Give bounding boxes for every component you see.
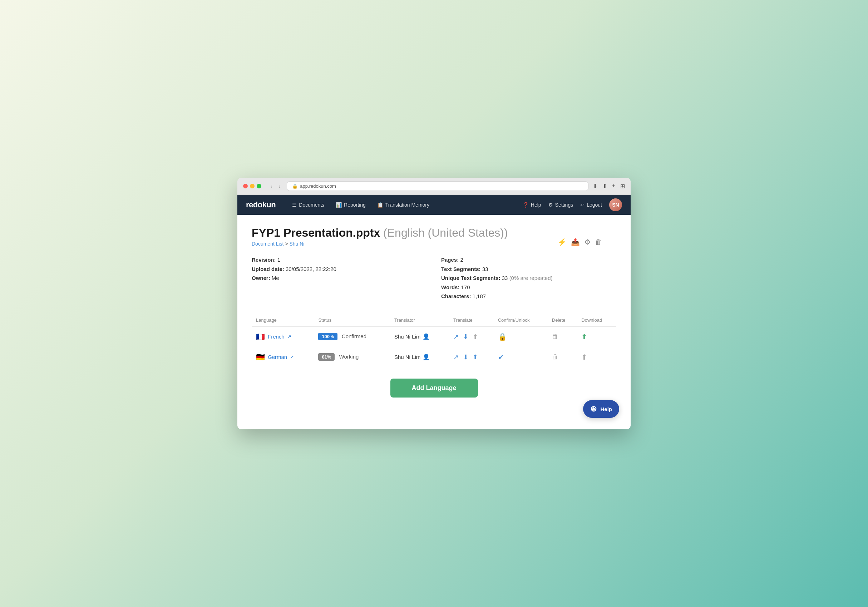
french-download-cell: ⬆	[577, 327, 616, 347]
german-status-cell: 81% Working	[314, 347, 390, 367]
french-person-icon: 👤	[423, 333, 430, 340]
nav-logout[interactable]: ↩ Logout	[580, 202, 602, 208]
col-language: Language	[252, 314, 314, 327]
german-label: German	[268, 354, 287, 360]
minimize-button[interactable]	[250, 184, 254, 188]
meta-words: Words: 170	[441, 283, 616, 292]
meta-upload-date: Upload date: 30/05/2022, 22:22:20	[252, 265, 427, 274]
documents-icon: ☰	[292, 202, 297, 208]
forward-button[interactable]: ›	[277, 183, 283, 190]
browser-window: ‹ › 🔒 app.redokun.com ⬇ ⬆ + ⊞ redokun ☰ …	[237, 178, 631, 429]
french-progress-badge: 100%	[318, 333, 337, 340]
document-actions: ⚡ 📤 ⚙ 🗑	[558, 238, 602, 246]
breadcrumb-separator: >	[285, 241, 289, 247]
url-text: app.redokun.com	[300, 183, 336, 189]
document-title: FYP1 Presentation.pptx	[252, 226, 380, 239]
german-link-icon: ↗	[290, 354, 294, 359]
meta-text-segments: Text Segments: 33	[441, 265, 616, 274]
german-status-label: Working	[339, 353, 359, 359]
close-button[interactable]	[243, 184, 248, 188]
meta-unique-segments: Unique Text Segments: 33 (0% are repeate…	[441, 274, 616, 283]
lang-french-cell: 🇫🇷 French ↗	[252, 327, 314, 347]
nav-settings[interactable]: ⚙ Settings	[549, 202, 574, 208]
col-status: Status	[314, 314, 390, 327]
address-bar[interactable]: 🔒 app.redokun.com	[287, 181, 588, 191]
navbar-right: ❓ Help ⚙ Settings ↩ Logout SN	[523, 198, 622, 211]
german-download-cell: ⬆	[577, 347, 616, 367]
nav-reporting[interactable]: 📊 Reporting	[331, 200, 371, 210]
app-container: redokun ☰ Documents 📊 Reporting 📋 Transl…	[237, 195, 631, 429]
document-language: (English (United States))	[383, 226, 508, 239]
french-confirm-cell: 🔒	[494, 327, 548, 347]
document-delete-icon[interactable]: 🗑	[595, 238, 602, 246]
browser-nav: ‹ ›	[268, 183, 282, 190]
navbar: redokun ☰ Documents 📊 Reporting 📋 Transl…	[237, 195, 631, 215]
back-button[interactable]: ‹	[268, 183, 274, 190]
translation-memory-icon: 📋	[377, 202, 383, 208]
lang-german-cell: 🇩🇪 German ↗	[252, 347, 314, 367]
french-translate-cell: ↗ ⬇ ⬆	[449, 327, 494, 347]
nav-documents[interactable]: ☰ Documents	[287, 200, 329, 210]
document-settings-icon[interactable]: ⚙	[584, 238, 591, 246]
col-translate: Translate	[449, 314, 494, 327]
settings-icon: ⚙	[549, 202, 553, 208]
nav-translation-memory[interactable]: 📋 Translation Memory	[372, 200, 434, 210]
breadcrumb-list-link[interactable]: Document List	[252, 241, 284, 247]
avatar[interactable]: SN	[609, 198, 622, 211]
german-lang-name[interactable]: 🇩🇪 German ↗	[256, 353, 310, 361]
french-flag: 🇫🇷	[256, 333, 265, 341]
language-table: Language Status Translator Translate Con…	[252, 314, 616, 367]
french-upload-icon[interactable]: ⬆	[473, 333, 478, 341]
browser-actions: ⬇ ⬆ + ⊞	[593, 183, 625, 189]
col-download: Download	[577, 314, 616, 327]
help-bubble-label: Help	[600, 406, 612, 412]
german-check-icon[interactable]: ✔	[498, 353, 504, 361]
german-translate-open-icon[interactable]: ↗	[453, 353, 459, 361]
german-confirm-cell: ✔	[494, 347, 548, 367]
german-translator-cell: Shu Ni Lim 👤	[390, 347, 449, 367]
french-download-xliff-icon[interactable]: ⬇	[463, 333, 468, 341]
browser-titlebar: ‹ › 🔒 app.redokun.com ⬇ ⬆ + ⊞	[237, 178, 631, 195]
grid-icon[interactable]: ⊞	[620, 183, 625, 189]
help-icon: ❓	[523, 202, 529, 208]
meta-revision: Revision: 1	[252, 255, 427, 265]
lock-icon: 🔒	[292, 183, 298, 189]
breadcrumb-current[interactable]: Shu Ni	[289, 241, 304, 247]
table-row-french: 🇫🇷 French ↗ 100% Confirmed Shu Ni Lim	[252, 327, 616, 347]
german-person-icon: 👤	[423, 353, 430, 360]
french-lock-icon[interactable]: 🔒	[498, 333, 507, 341]
table-header-row: Language Status Translator Translate Con…	[252, 314, 616, 327]
add-language-button[interactable]: Add Language	[391, 379, 478, 398]
german-translate-actions: ↗ ⬇ ⬆	[453, 353, 490, 361]
french-download-icon[interactable]: ⬆	[581, 333, 587, 341]
nav-translation-memory-label: Translation Memory	[385, 202, 429, 208]
french-lang-name[interactable]: 🇫🇷 French ↗	[256, 333, 310, 341]
logout-icon: ↩	[580, 202, 584, 208]
french-translate-open-icon[interactable]: ↗	[453, 333, 459, 341]
french-delete-cell: 🗑	[548, 327, 577, 347]
german-download-icon[interactable]: ⬆	[581, 353, 587, 361]
navbar-links: ☰ Documents 📊 Reporting 📋 Translation Me…	[287, 200, 511, 210]
french-status-cell: 100% Confirmed	[314, 327, 390, 347]
share-icon[interactable]: ⬆	[602, 183, 607, 189]
meta-characters: Characters: 1,187	[441, 292, 616, 301]
french-delete-icon[interactable]: 🗑	[552, 333, 558, 340]
german-download-xliff-icon[interactable]: ⬇	[463, 353, 468, 361]
col-delete: Delete	[548, 314, 577, 327]
french-label: French	[268, 333, 285, 340]
help-bubble[interactable]: ⊛ Help	[583, 400, 619, 418]
export-icon[interactable]: 📤	[571, 238, 580, 246]
german-translator: Shu Ni Lim 👤	[394, 353, 445, 360]
maximize-button[interactable]	[257, 184, 261, 188]
french-translator-cell: Shu Ni Lim 👤	[390, 327, 449, 347]
meta-pages: Pages: 2	[441, 255, 616, 265]
german-delete-icon[interactable]: 🗑	[552, 353, 558, 360]
new-tab-icon[interactable]: +	[612, 183, 615, 189]
german-upload-icon[interactable]: ⬆	[473, 353, 478, 361]
download-browser-icon[interactable]: ⬇	[593, 183, 597, 189]
bolt-icon[interactable]: ⚡	[558, 238, 567, 246]
meta-owner: Owner: Me	[252, 274, 427, 283]
main-content: FYP1 Presentation.pptx (English (United …	[237, 215, 631, 429]
brand-logo[interactable]: redokun	[246, 200, 276, 209]
nav-help[interactable]: ❓ Help	[523, 202, 541, 208]
